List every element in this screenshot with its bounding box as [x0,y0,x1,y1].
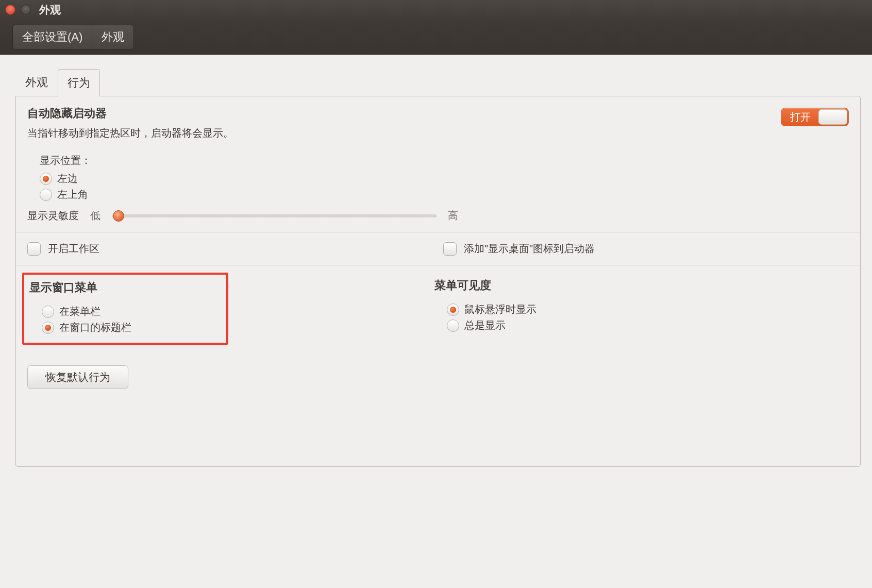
menu-visibility-always-label: 总是显示 [464,318,506,332]
sensitivity-label: 显示灵敏度 [27,209,79,223]
window-menu-in-titlebar-label: 在窗口的标题栏 [59,321,131,334]
appearance-breadcrumb-button[interactable]: 外观 [92,25,134,49]
window-title: 外观 [39,3,61,17]
restore-defaults-button[interactable]: 恢复默认行为 [27,365,128,389]
window-menu-heading: 显示窗口菜单 [29,280,221,295]
radio-icon [40,173,52,185]
appearance-breadcrumb-label: 外观 [102,29,124,45]
window-menu-in-menubar-label: 在菜单栏 [59,305,100,318]
reveal-location-label: 显示位置： [40,154,849,167]
radio-icon [447,304,459,316]
tab-behavior-label: 行为 [68,76,90,89]
autohide-toggle[interactable]: 打开 [781,108,849,126]
autohide-description: 当指针移动到指定热区时，启动器将会显示。 [27,126,781,140]
add-show-desktop-label: 添加"显示桌面"图标到启动器 [464,242,595,256]
tab-behavior[interactable]: 行为 [58,69,100,96]
header-toolbar: 全部设置(A) 外观 [0,20,872,55]
autohide-heading: 自动隐藏启动器 [27,106,781,121]
radio-icon [42,306,54,318]
menu-visibility-on-hover[interactable]: 鼠标悬浮时显示 [447,303,849,316]
sensitivity-high-label: 高 [448,209,458,223]
tab-appearance-label: 外观 [25,76,48,89]
radio-icon [447,320,459,332]
checkbox-icon [27,242,41,256]
behavior-panel: 自动隐藏启动器 当指针移动到指定热区时，启动器将会显示。 打开 显示位置： [15,96,861,467]
enable-workspaces-checkbox[interactable]: 开启工作区 [27,242,438,256]
checkbox-icon [443,242,457,256]
window-menu-in-titlebar[interactable]: 在窗口的标题栏 [42,321,221,334]
footer-section: 恢复默认行为 [16,354,860,466]
tab-appearance[interactable]: 外观 [15,69,58,96]
radio-icon [40,189,52,201]
reveal-location-top-left-label: 左上角 [57,188,88,201]
window-menu-in-menubar[interactable]: 在菜单栏 [42,305,221,318]
slider-track [112,214,437,217]
menu-visibility-on-hover-label: 鼠标悬浮时显示 [464,303,536,316]
reveal-location-left[interactable]: 左边 [40,172,849,186]
sensitivity-low-label: 低 [90,209,100,223]
add-show-desktop-checkbox[interactable]: 添加"显示桌面"图标到启动器 [443,242,849,256]
menu-visibility-heading: 菜单可见度 [434,278,849,293]
reveal-location-top-left[interactable]: 左上角 [40,188,849,201]
annotation-highlight: 显示窗口菜单 在菜单栏 在窗口的标题栏 [22,273,228,345]
enable-workspaces-label: 开启工作区 [48,242,99,256]
menu-visibility-always[interactable]: 总是显示 [447,318,849,332]
all-settings-label: 全部设置(A) [22,29,82,45]
content-area: 外观 行为 自动隐藏启动器 当指针移动到指定热区时，启动器将会显示。 打开 [0,55,872,482]
radio-icon [42,322,54,334]
window-titlebar: 外观 [0,0,872,20]
sensitivity-slider[interactable] [112,210,437,222]
autohide-section: 自动隐藏启动器 当指针移动到指定热区时，启动器将会显示。 打开 显示位置： [16,96,860,232]
all-settings-button[interactable]: 全部设置(A) [12,25,92,49]
slider-thumb[interactable] [113,210,124,222]
minimize-icon[interactable] [21,5,31,15]
autohide-toggle-knob [818,109,847,125]
workspace-section: 开启工作区 添加"显示桌面"图标到启动器 [16,232,860,265]
menus-section: 显示窗口菜单 在菜单栏 在窗口的标题栏 [16,265,860,354]
tabs: 外观 行为 [15,70,861,96]
reveal-location-left-label: 左边 [57,172,78,186]
restore-defaults-label: 恢复默认行为 [45,370,110,384]
close-icon[interactable] [5,5,15,15]
